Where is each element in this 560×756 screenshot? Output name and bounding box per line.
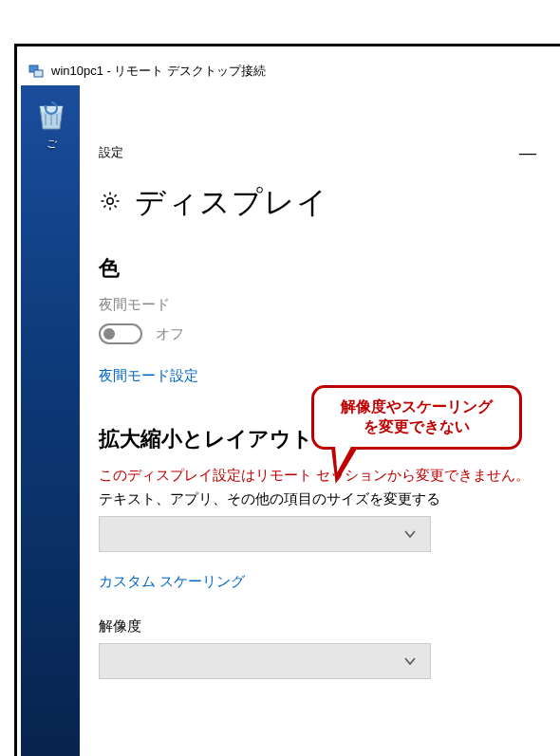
remote-warning-text: このディスプレイ設定はリモート セッションから変更できません。 [99, 467, 540, 485]
resolution-dropdown[interactable] [99, 643, 431, 679]
scale-field-label: テキスト、アプリ、その他の項目のサイズを変更する [99, 490, 540, 508]
rdp-title: win10pc1 - リモート デスクトップ接続 [51, 63, 266, 80]
callout-tail-fill [331, 442, 353, 472]
page-title: ディスプレイ [135, 182, 328, 224]
rdp-icon [28, 64, 44, 79]
color-heading: 色 [99, 254, 540, 283]
custom-scaling-link[interactable]: カスタム スケーリング [99, 573, 245, 591]
callout-line1: 解像度やスケーリング [326, 397, 508, 417]
svg-point-2 [107, 198, 113, 204]
chevron-down-icon [403, 527, 417, 541]
minimize-button[interactable]: — [513, 144, 542, 161]
settings-header-label: 設定 [99, 144, 123, 161]
scale-dropdown[interactable] [99, 516, 431, 552]
night-mode-toggle[interactable] [99, 323, 142, 344]
toggle-knob [103, 328, 115, 340]
rdp-titlebar[interactable]: win10pc1 - リモート デスクトップ接続 [21, 57, 559, 85]
gear-icon [99, 190, 121, 216]
recycle-bin-label: ご [28, 137, 74, 151]
resolution-label: 解像度 [99, 618, 540, 636]
night-mode-settings-link[interactable]: 夜間モード設定 [99, 367, 198, 385]
callout-line2: を変更できない [326, 417, 508, 437]
night-mode-state: オフ [156, 325, 184, 343]
annotation-callout: 解像度やスケーリング を変更できない [311, 385, 522, 450]
night-mode-label: 夜間モード [99, 296, 540, 314]
desktop-background [21, 85, 80, 756]
recycle-bin[interactable]: ご [28, 95, 74, 151]
chevron-down-icon [403, 655, 417, 668]
svg-rect-1 [34, 70, 43, 77]
